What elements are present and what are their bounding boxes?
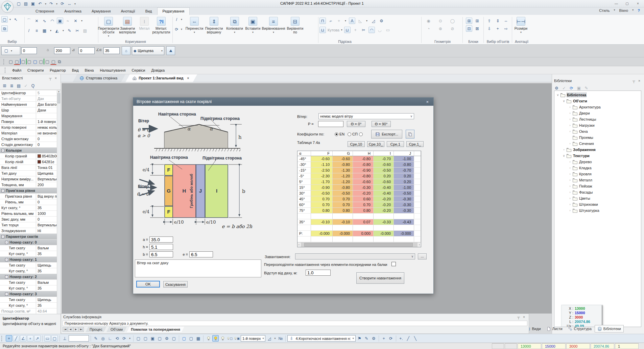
- app-logo-icon[interactable]: [1, 1, 14, 13]
- dropdown-icon[interactable]: ▾: [180, 16, 183, 23]
- panel-tab[interactable]: Листи: [544, 325, 565, 332]
- level-icon[interactable]: ⊥: [62, 335, 68, 342]
- roof-cut-icon[interactable]: ◡: [377, 27, 383, 33]
- property-row[interactable]: −Кут скату, ° 35: [0, 251, 61, 257]
- view-double-icon[interactable]: ⧉: [56, 59, 63, 65]
- dropdown-icon[interactable]: ▾: [180, 26, 183, 32]
- property-row[interactable]: −Ідентифікатор 5: [0, 90, 61, 96]
- snap-angle-icon[interactable]: ∠: [20, 335, 26, 342]
- table-row[interactable]: 60°0.700.700.70-0.20-0.30: [297, 202, 421, 208]
- p-input[interactable]: [318, 121, 343, 127]
- view-cube-5-icon[interactable]: ⚙: [164, 335, 170, 342]
- tree-item[interactable]: › Архитектура: [554, 104, 641, 110]
- selection-mode-combo[interactable]: ▢▾: [1, 46, 20, 55]
- info-tab[interactable]: Процес: [86, 327, 106, 332]
- pin-icon[interactable]: ┬: [516, 315, 521, 319]
- expand-arrow-icon[interactable]: ›: [562, 148, 566, 151]
- property-row[interactable]: −Тип скату Вальм: [0, 280, 61, 285]
- redo-dropdown-icon[interactable]: ▾: [55, 1, 58, 7]
- measure-angle-icon[interactable]: ╲: [412, 335, 419, 342]
- table-row[interactable]: 30°-0.50-0.50-0.20-0.40-0.50: [297, 191, 421, 196]
- close-tab-icon[interactable]: ×: [187, 74, 189, 82]
- move-button[interactable]: ⇔Перенести▾: [186, 16, 203, 34]
- dropdown-icon[interactable]: ▾: [8, 16, 12, 23]
- table-row[interactable]: 75°0.800.800.80-0.20-0.30: [297, 208, 421, 214]
- flat-view-icon[interactable]: ≣: [8, 82, 15, 89]
- copy-table-button[interactable]: [406, 130, 414, 139]
- array-icon[interactable]: ▦: [41, 27, 48, 34]
- snap-points-icon[interactable]: ∘: [27, 335, 33, 342]
- property-row[interactable]: −Рівень, мм 0: [0, 199, 61, 205]
- rectangle-icon[interactable]: ▣: [57, 18, 63, 24]
- property-row[interactable]: −Колір ліній 64281e: [0, 159, 61, 165]
- trim-line-icon[interactable]: /: [26, 27, 32, 34]
- property-row[interactable]: −Площа скатів, м² 43.64: [0, 308, 61, 314]
- tree-item[interactable]: › Двери: [554, 110, 641, 116]
- dropdown-icon[interactable]: ▾: [80, 18, 84, 24]
- ribbon-tab[interactable]: Вид: [140, 8, 157, 15]
- cursor-select-icon[interactable]: ↖: [13, 16, 19, 23]
- window-menu[interactable]: Вікно: [618, 8, 629, 13]
- property-row[interactable]: −Кут скату, ° 35: [0, 303, 61, 308]
- dimensions-button[interactable]: ⊢⊣Розміри▾: [512, 16, 529, 34]
- thickness-input[interactable]: [54, 47, 70, 54]
- view-left-blue-icon[interactable]: ▢: [20, 58, 26, 65]
- search-icon[interactable]: Q: [30, 82, 36, 89]
- dialog-title-bar[interactable]: Вітрове навантаження на скати покрівлі ×: [133, 98, 433, 106]
- property-row[interactable]: −Вага лінії Тонка 01: [0, 165, 61, 171]
- table-row[interactable]: 15°-0.90-0.80-0.30-0.40-1.00: [297, 185, 421, 191]
- b-input[interactable]: [149, 251, 173, 257]
- tree-item[interactable]: › Металл: [554, 177, 641, 183]
- expand-arrow-icon[interactable]: ›: [568, 172, 572, 176]
- view-cube-2-icon[interactable]: ▢: [142, 335, 149, 342]
- table-row[interactable]: -45°-0.60-0.60-0.80-0.70-1.00: [297, 156, 421, 162]
- align-button[interactable]: ≡Вирівнювання▾: [261, 16, 286, 34]
- info-tab[interactable]: Об'єми: [106, 327, 127, 332]
- tree-item[interactable]: › Фасады: [554, 189, 641, 195]
- list-panel-icon[interactable]: ▤: [82, 27, 88, 34]
- e-input[interactable]: [189, 251, 213, 257]
- coeff-en-radio[interactable]: EN: [335, 132, 344, 136]
- expand-arrow-icon[interactable]: ›: [568, 166, 572, 170]
- property-row[interactable]: −Прив'язка рівня Від верху пов...: [0, 194, 61, 199]
- dropdown-icon[interactable]: ▾: [62, 27, 65, 34]
- save-icon[interactable]: ▣: [30, 1, 36, 7]
- note-icon[interactable]: ✎: [363, 335, 370, 342]
- snap-line-icon[interactable]: ╱: [13, 335, 19, 342]
- angle-input[interactable]: [103, 47, 120, 54]
- pan-icon[interactable]: +: [381, 335, 387, 342]
- ruler-icon[interactable]: ↔: [66, 1, 73, 7]
- corner-join-icon[interactable]: ⌐: [328, 18, 334, 24]
- snap-segment-icon[interactable]: ↗: [34, 335, 41, 342]
- rotate-icon[interactable]: ⟳: [173, 26, 180, 32]
- table-row[interactable]: 5°-1.70-1.20-0.60-0.600.20: [297, 179, 421, 185]
- pen-icon[interactable]: ✎: [93, 335, 99, 342]
- tree-item[interactable]: › Цветы: [554, 195, 641, 201]
- undo-dropdown-icon[interactable]: ▾: [44, 1, 47, 7]
- collapse-icon[interactable]: −: [5, 275, 8, 278]
- scissors-icon[interactable]: ✂: [74, 27, 80, 34]
- ribbon-tab[interactable]: Створення: [30, 8, 59, 15]
- property-row[interactable]: −Шар Дахи: [0, 107, 61, 113]
- expand-arrow-icon[interactable]: ›: [568, 130, 572, 133]
- tree-item[interactable]: › Штриховки: [554, 201, 641, 207]
- gear-line-icon[interactable]: ⚙: [378, 18, 385, 24]
- tree-item[interactable]: › Дерево: [554, 159, 641, 165]
- mirror-icon[interactable]: ◭: [54, 27, 60, 34]
- close-icon[interactable]: ×: [53, 76, 58, 80]
- property-row[interactable]: −Поверх 1-й поверх: [0, 119, 61, 125]
- property-row[interactable]: −Звис даху, мм 0: [0, 217, 61, 222]
- extend-down-icon[interactable]: ⊔: [319, 27, 326, 33]
- orbit-icon[interactable]: ⟳: [388, 335, 394, 342]
- roof-slopes-button[interactable]: ⛰: [166, 46, 175, 55]
- flag-icon[interactable]: ⚑: [356, 335, 363, 342]
- copy-button[interactable]: ⧉Копіювати▾: [225, 16, 244, 34]
- expand-arrow-icon[interactable]: ›: [568, 203, 572, 206]
- ok-button[interactable]: OK: [136, 281, 160, 288]
- dropdown-icon[interactable]: ▾: [344, 18, 347, 24]
- line-draw-icon[interactable]: /: [173, 16, 180, 23]
- view-cube-3-icon[interactable]: ▣: [149, 335, 156, 342]
- create-load-button[interactable]: Створити навантаження: [356, 272, 404, 284]
- view-cube-4-icon[interactable]: ▢: [157, 335, 163, 342]
- cpe-button[interactable]: Cpe,1_: [406, 141, 424, 147]
